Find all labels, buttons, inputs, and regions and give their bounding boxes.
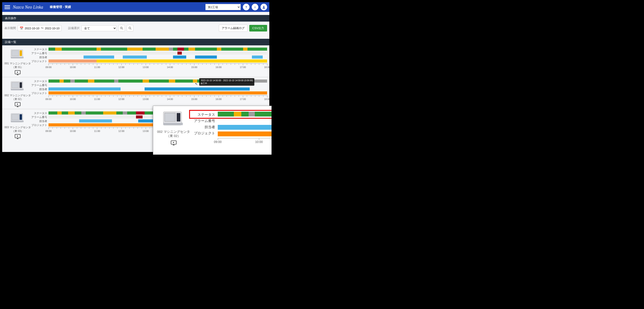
gantt-segment[interactable] — [136, 115, 142, 118]
equip-select[interactable]: 全て — [81, 25, 116, 31]
alarm-log-button[interactable]: アラーム録画ログ — [219, 25, 248, 32]
gantt-segment[interactable] — [84, 55, 114, 59]
gantt-segment[interactable] — [48, 111, 57, 114]
gantt-segment[interactable] — [96, 59, 267, 62]
gantt-segment[interactable] — [173, 47, 178, 51]
gantt-segment[interactable] — [48, 91, 267, 94]
svg-marker-13 — [17, 72, 18, 73]
gantt-segment[interactable] — [116, 111, 123, 114]
gantt-segment[interactable] — [101, 47, 127, 51]
gantt-segment[interactable] — [60, 79, 64, 83]
gantt-segment[interactable] — [79, 119, 112, 122]
gantt-segment[interactable] — [169, 47, 173, 51]
gantt-segment[interactable] — [127, 47, 142, 51]
gantt-segment[interactable] — [195, 47, 217, 51]
gantt-segment[interactable] — [48, 79, 60, 83]
zoom-panel: 002 マシニングセンタ（東 02） ステータス アラーム番号 担当者 プロジェ… — [153, 106, 272, 155]
axis-tick-label: 13:00 — [142, 130, 149, 132]
gantt-segment[interactable] — [234, 112, 241, 116]
monitor-icon[interactable] — [14, 70, 21, 75]
gantt-segment[interactable] — [48, 47, 55, 51]
gantt-segment[interactable] — [142, 47, 156, 51]
gantt-segment[interactable] — [184, 47, 188, 51]
gantt-segment[interactable] — [156, 47, 169, 51]
gantt-segment[interactable] — [221, 47, 243, 51]
monitor-icon[interactable] — [14, 102, 21, 107]
gantt-segment[interactable] — [62, 47, 97, 51]
gantt-segment[interactable] — [248, 47, 267, 51]
gantt-segment[interactable] — [202, 79, 256, 83]
gantt-segment[interactable] — [241, 112, 249, 116]
gantt-segment[interactable] — [136, 111, 145, 114]
axis-tick-label: 13:00 — [142, 66, 149, 68]
date-range-picker[interactable]: 📅 2022-10-10 〜 2022-10-10 — [18, 25, 62, 31]
menu-icon[interactable] — [4, 4, 10, 10]
gantt-segment[interactable] — [255, 112, 272, 116]
gantt-segment[interactable] — [188, 47, 195, 51]
gantt-segment[interactable] — [138, 119, 154, 122]
gantt-segment[interactable] — [88, 79, 94, 83]
gantt-segment[interactable] — [57, 111, 62, 114]
gantt-segment[interactable] — [218, 125, 272, 130]
gantt-segment[interactable] — [169, 79, 176, 83]
calendar-icon: 📅 — [20, 26, 23, 30]
gantt-segment[interactable] — [218, 131, 272, 136]
help-icon[interactable]: ? — [243, 4, 250, 10]
gantt-segment[interactable] — [75, 111, 81, 114]
gantt-segment[interactable] — [94, 79, 114, 83]
axis-tick-label: 10:00 — [70, 66, 76, 68]
monitor-icon[interactable] — [170, 140, 177, 146]
gantt-segment[interactable] — [103, 111, 116, 114]
gantt-segment[interactable] — [243, 47, 248, 51]
gantt-segment[interactable] — [75, 79, 88, 83]
axis-tick-label: 11:00 — [94, 98, 100, 100]
csv-export-button[interactable]: CSV出力 — [249, 25, 267, 31]
gantt-segment[interactable] — [217, 47, 221, 51]
info-icon[interactable]: i — [252, 4, 258, 10]
gantt-segment[interactable] — [123, 55, 147, 59]
axis-tick-label: 09:00 — [214, 140, 222, 144]
gantt-segment[interactable] — [68, 111, 75, 114]
gantt-segment[interactable] — [197, 79, 202, 83]
app-header: Nazca Neo Linka 稼働管理 - 実績 第2工場 ? i — [2, 2, 269, 12]
gantt-segment[interactable] — [114, 79, 118, 83]
user-icon[interactable] — [260, 4, 267, 10]
machine-image — [10, 79, 26, 92]
gantt-segment[interactable] — [118, 79, 142, 83]
gantt-segment[interactable] — [96, 47, 101, 51]
zoom-in-button[interactable] — [118, 25, 125, 31]
zoom-out-button[interactable] — [127, 25, 133, 31]
gantt-segment[interactable] — [123, 111, 127, 114]
gantt-segment[interactable] — [178, 51, 182, 55]
gantt-segment[interactable] — [175, 79, 193, 83]
gantt-segment[interactable] — [64, 79, 70, 83]
gantt-segment[interactable] — [149, 79, 168, 83]
zoom-row-label-alarm: アラーム番号 — [192, 118, 218, 124]
gantt-segment[interactable] — [248, 112, 255, 116]
gantt-segment[interactable] — [252, 55, 263, 59]
gantt-segment[interactable] — [218, 112, 234, 116]
axis-tick-label: 15:00 — [191, 66, 198, 68]
gantt-segment[interactable] — [70, 79, 75, 83]
gantt-segment[interactable] — [256, 79, 267, 83]
gantt-segment[interactable] — [127, 111, 136, 114]
gantt-segment[interactable] — [48, 59, 96, 62]
factory-select[interactable]: 第2工場 — [206, 4, 241, 10]
zoom-row-label-status: ステータス — [192, 112, 218, 118]
gantt-segment[interactable] — [144, 87, 250, 90]
gantt-segment[interactable] — [142, 79, 149, 83]
list-panel-header: 設備一覧 — [2, 39, 269, 45]
gantt-segment[interactable] — [62, 111, 68, 114]
gantt-segment[interactable] — [55, 47, 62, 51]
axis-tick-label: 09:00 — [46, 98, 52, 100]
axis-tick-label: 17:00 — [240, 66, 246, 68]
monitor-icon[interactable] — [14, 134, 21, 139]
gantt-segment[interactable] — [48, 87, 120, 90]
gantt-segment[interactable] — [195, 55, 217, 59]
gantt-segment[interactable] — [81, 111, 86, 114]
gantt-segment[interactable] — [178, 47, 184, 51]
gantt-segment[interactable] — [173, 55, 186, 59]
gantt-segment[interactable] — [86, 111, 103, 114]
axis-tick-label: 11:00 — [94, 66, 100, 68]
zoom-equip-name: 002 マシニングセンタ（東 02） — [156, 130, 192, 138]
